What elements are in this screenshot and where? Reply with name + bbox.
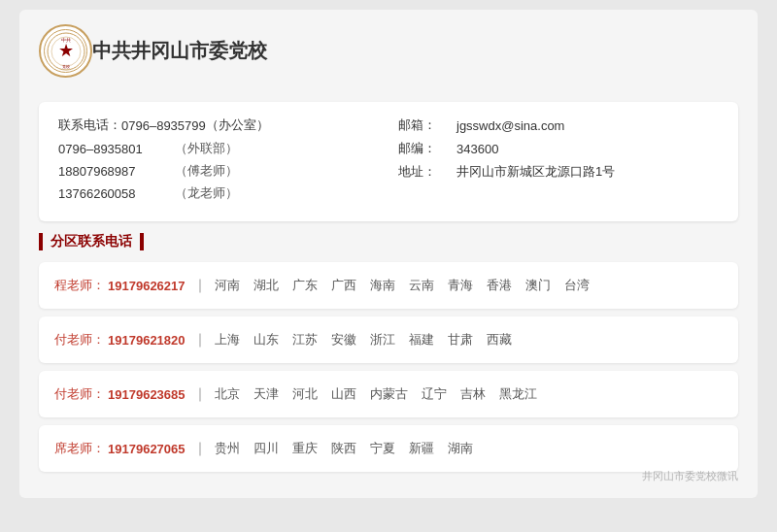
main-container: ★ 中共 党校 中共井冈山市委党校 联系电话： 0796–8935799 （办公… xyxy=(19,10,758,498)
region-2-0: 北京 xyxy=(215,385,240,403)
logo-inner: ★ 中共 党校 xyxy=(44,29,87,73)
info-left: 联系电话： 0796–8935799 （办公室） 0796–8935801 （外… xyxy=(58,116,379,207)
region-1-2: 江苏 xyxy=(292,331,318,349)
region-3-5: 新疆 xyxy=(409,440,434,457)
regions-3: 贵州四川重庆陕西宁夏新疆湖南 xyxy=(215,440,473,457)
logo-emblem: ★ 中共 党校 xyxy=(46,31,86,72)
region-0-2: 广东 xyxy=(292,277,318,294)
email-value: jgsswdx@sina.com xyxy=(456,118,564,133)
logo: ★ 中共 党校 xyxy=(39,24,92,78)
separator-3: ｜ xyxy=(193,440,207,457)
region-0-5: 云南 xyxy=(409,277,434,294)
region-1-0: 上海 xyxy=(215,331,240,349)
region-2-5: 辽宁 xyxy=(422,385,447,403)
phone-1-row: 0796–8935801 （外联部） xyxy=(58,140,379,157)
regions-0: 河南湖北广东广西海南云南青海香港澳门台湾 xyxy=(215,277,590,294)
teacher-card-2: 付老师：19179623685｜北京天津河北山西内蒙古辽宁吉林黑龙江 xyxy=(39,371,738,417)
email-row: 邮箱： jgsswdx@sina.com xyxy=(398,116,719,134)
org-name: 中共井冈山市委党校 xyxy=(92,38,267,64)
region-2-3: 山西 xyxy=(331,385,356,403)
region-1-5: 福建 xyxy=(409,331,434,349)
regions-1: 上海山东江苏安徽浙江福建甘肃西藏 xyxy=(215,331,512,349)
region-3-1: 四川 xyxy=(253,440,279,457)
email-label: 邮箱： xyxy=(398,116,456,134)
postcode-row: 邮编： 343600 xyxy=(398,140,719,157)
region-1-6: 甘肃 xyxy=(448,331,473,349)
region-2-6: 吉林 xyxy=(460,385,486,403)
region-0-7: 香港 xyxy=(487,277,512,294)
region-3-3: 陕西 xyxy=(331,440,356,457)
region-3-0: 贵州 xyxy=(215,440,240,457)
teacher-card-3: 席老师：19179627065｜贵州四川重庆陕西宁夏新疆湖南 xyxy=(39,425,738,472)
region-0-4: 海南 xyxy=(370,277,395,294)
phones-main-row: 联系电话： 0796–8935799 （办公室） xyxy=(58,116,379,134)
header-section: ★ 中共 党校 中共井冈山市委党校 xyxy=(39,24,738,87)
teacher-cards-container: 程老师：19179626217｜河南湖北广东广西海南云南青海香港澳门台湾付老师：… xyxy=(39,262,738,472)
teacher-phone-1: 19179621820 xyxy=(108,333,186,348)
phone-1-number: 0796–8935801 xyxy=(58,142,175,156)
postcode-label: 邮编： xyxy=(398,140,456,157)
phone-2-note: （傅老师） xyxy=(175,162,238,180)
phone-0-number: 0796–8935799 xyxy=(121,118,206,133)
region-1-3: 安徽 xyxy=(331,331,356,349)
phone-2-number: 18807968987 xyxy=(58,164,175,179)
teacher-name-0: 程老师： xyxy=(54,277,105,294)
info-section: 联系电话： 0796–8935799 （办公室） 0796–8935801 （外… xyxy=(39,102,738,221)
region-3-4: 宁夏 xyxy=(370,440,395,457)
region-3-2: 重庆 xyxy=(292,440,318,457)
phone-3-row: 13766260058 （龙老师） xyxy=(58,184,379,202)
phone-0-note: （办公室） xyxy=(206,116,269,134)
region-1-4: 浙江 xyxy=(370,331,395,349)
svg-text:中共: 中共 xyxy=(61,37,71,43)
phone-2-row: 18807968987 （傅老师） xyxy=(58,162,379,180)
teacher-name-2: 付老师： xyxy=(54,385,105,403)
region-2-7: 黑龙江 xyxy=(499,385,537,403)
divider-bar-right xyxy=(140,233,144,250)
teacher-phone-0: 19179626217 xyxy=(108,279,186,293)
teacher-phone-3: 19179627065 xyxy=(108,442,186,456)
region-2-2: 河北 xyxy=(292,385,318,403)
teacher-card-0: 程老师：19179626217｜河南湖北广东广西海南云南青海香港澳门台湾 xyxy=(39,262,738,309)
separator-2: ｜ xyxy=(193,385,207,403)
region-0-6: 青海 xyxy=(448,277,473,294)
region-2-4: 内蒙古 xyxy=(370,385,408,403)
region-0-8: 澳门 xyxy=(525,277,551,294)
svg-text:★: ★ xyxy=(58,41,74,60)
phones-label: 联系电话： xyxy=(58,116,121,134)
teacher-name-1: 付老师： xyxy=(54,331,105,349)
region-2-1: 天津 xyxy=(253,385,279,403)
postcode-value: 343600 xyxy=(456,142,498,156)
region-0-1: 湖北 xyxy=(253,277,279,294)
region-0-0: 河南 xyxy=(215,277,240,294)
teacher-name-3: 席老师： xyxy=(54,440,105,457)
region-1-1: 山东 xyxy=(253,331,279,349)
address-row: 地址： 井冈山市新城区龙源口路1号 xyxy=(398,163,719,181)
region-3-6: 湖南 xyxy=(448,440,473,457)
section-divider: 分区联系电话 xyxy=(39,233,738,250)
teacher-phone-2: 19179623685 xyxy=(108,387,186,402)
svg-text:党校: 党校 xyxy=(62,64,70,69)
teacher-card-1: 付老师：19179621820｜上海山东江苏安徽浙江福建甘肃西藏 xyxy=(39,316,738,363)
separator-0: ｜ xyxy=(193,277,207,294)
phone-3-number: 13766260058 xyxy=(58,186,175,201)
region-0-9: 台湾 xyxy=(564,277,590,294)
phone-1-note: （外联部） xyxy=(175,140,238,157)
region-1-7: 西藏 xyxy=(487,331,512,349)
bottom-spacer: 井冈山市委党校微讯 xyxy=(39,480,738,483)
info-right: 邮箱： jgsswdx@sina.com 邮编： 343600 地址： 井冈山市… xyxy=(398,116,719,207)
section-title: 分区联系电话 xyxy=(51,233,132,250)
region-0-3: 广西 xyxy=(331,277,356,294)
separator-1: ｜ xyxy=(193,331,207,349)
watermark: 井冈山市委党校微讯 xyxy=(642,469,738,483)
address-label: 地址： xyxy=(398,163,456,181)
address-value: 井冈山市新城区龙源口路1号 xyxy=(456,163,615,181)
phone-3-note: （龙老师） xyxy=(175,184,238,202)
divider-bar-left xyxy=(39,233,43,250)
regions-2: 北京天津河北山西内蒙古辽宁吉林黑龙江 xyxy=(215,385,537,403)
